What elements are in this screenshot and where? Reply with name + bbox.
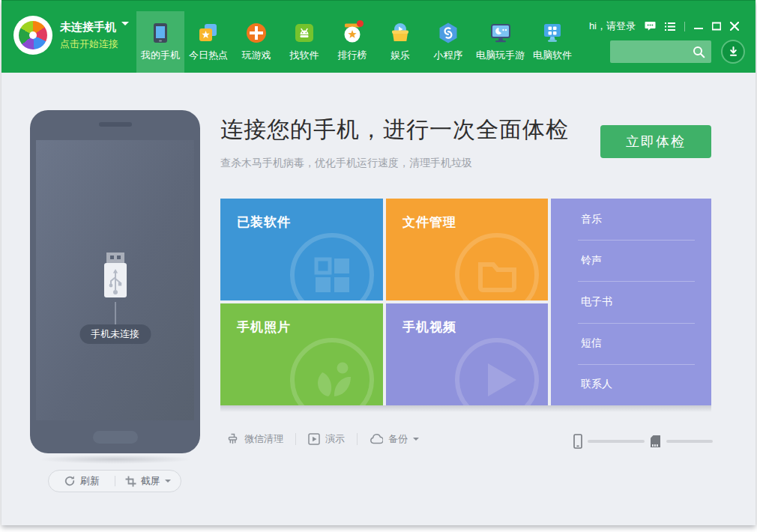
tab-pc-play-mobile-games[interactable]: 电脑玩手游 <box>472 11 528 73</box>
tab-pc-software[interactable]: 电脑软件 <box>528 11 576 73</box>
refresh-button[interactable]: 刷新 <box>49 471 115 492</box>
search-input[interactable] <box>610 46 693 58</box>
tab-rankings[interactable]: 排行榜 <box>328 11 376 73</box>
refresh-icon <box>64 475 76 487</box>
caret-down-icon <box>165 480 171 486</box>
demo-button[interactable]: 演示 <box>308 432 345 446</box>
minimize-button[interactable] <box>694 22 703 31</box>
list-item-ebooks[interactable]: 电子书 <box>551 281 711 322</box>
tab-label: 电脑软件 <box>533 49 572 62</box>
tab-find-software[interactable]: 找软件 <box>280 11 328 73</box>
tab-today-hot[interactable]: 今日热点 <box>184 11 232 73</box>
folder-icon <box>452 230 542 300</box>
demo-icon <box>308 433 320 445</box>
main-content: 手机未连接 刷新 截屏 连接您 <box>1 73 756 525</box>
maximize-button[interactable] <box>712 22 721 31</box>
menu-list-icon[interactable] <box>665 22 675 31</box>
dropdown-caret-icon <box>121 22 129 29</box>
feedback-icon[interactable] <box>645 21 656 31</box>
screenshot-label: 截屏 <box>141 474 160 488</box>
app-logo <box>13 16 52 55</box>
main-nav: 我的手机 今日热点 玩游戏 <box>136 11 576 73</box>
backup-label: 备份 <box>388 432 408 446</box>
tile-phone-videos[interactable]: 手机视频 <box>386 303 548 405</box>
pinwheel-logo-icon <box>19 21 47 49</box>
storage-indicators <box>573 434 713 449</box>
window-actions: hi，请登录 <box>589 19 739 33</box>
tab-label: 娱乐 <box>390 49 410 62</box>
list-item-sms[interactable]: 短信 <box>551 323 711 364</box>
photos-icon <box>287 335 377 405</box>
tab-label: 玩游戏 <box>242 49 271 62</box>
list-item-music[interactable]: 音乐 <box>551 199 711 240</box>
side-panel: 音乐 铃声 电子书 短信 联系人 <box>551 199 711 405</box>
demo-label: 演示 <box>325 432 345 446</box>
usb-plug-icon <box>99 253 132 302</box>
search-icon[interactable] <box>693 46 705 58</box>
list-item-contacts[interactable]: 联系人 <box>551 364 711 405</box>
tab-play-games[interactable]: 玩游戏 <box>232 11 280 73</box>
app-window: 未连接手机 点击开始连接 我的手机 今日热点 <box>0 0 757 532</box>
tile-label: 已装软件 <box>237 214 291 231</box>
tab-label: 电脑玩手游 <box>476 49 525 62</box>
phone-storage-bar <box>588 440 645 443</box>
divider <box>684 22 685 31</box>
today-hot-icon <box>197 22 220 44</box>
phone-actions: 刷新 截屏 <box>48 470 181 492</box>
tile-label: 文件管理 <box>402 214 456 231</box>
notification-dot <box>357 20 364 27</box>
tab-my-phone[interactable]: 我的手机 <box>136 11 184 73</box>
header-bar: 未连接手机 点击开始连接 我的手机 今日热点 <box>1 0 756 73</box>
apps-grid-icon <box>287 230 377 300</box>
bottom-toolbar: 微信清理 演示 备份 <box>226 432 419 446</box>
my-phone-icon <box>149 22 172 44</box>
tab-label: 找软件 <box>290 49 319 62</box>
phone-home-button <box>93 431 138 444</box>
find-software-icon <box>293 22 316 44</box>
search-box <box>610 40 711 63</box>
mini-program-icon <box>437 22 459 44</box>
checkup-now-button[interactable]: 立即体检 <box>600 125 711 158</box>
entertainment-icon <box>389 22 411 44</box>
tab-entertainment[interactable]: 娱乐 <box>376 11 424 73</box>
list-item-ringtones[interactable]: 铃声 <box>551 240 711 281</box>
device-hint-label: 点击开始连接 <box>60 38 129 50</box>
tab-label: 我的手机 <box>141 49 180 62</box>
tab-mini-program[interactable]: 小程序 <box>424 11 472 73</box>
tile-label: 手机照片 <box>237 318 291 336</box>
brush-icon <box>226 433 239 445</box>
device-selector[interactable]: 未连接手机 点击开始连接 <box>13 16 129 55</box>
tile-phone-photos[interactable]: 手机照片 <box>220 303 383 405</box>
pc-play-mobile-icon <box>489 22 512 44</box>
divider <box>295 433 296 445</box>
download-manager-button[interactable] <box>721 40 745 64</box>
close-button[interactable] <box>730 22 739 31</box>
pc-software-icon <box>541 22 564 44</box>
refresh-label: 刷新 <box>80 474 100 488</box>
backup-button[interactable]: 备份 <box>370 432 419 446</box>
wechat-clean-button[interactable]: 微信清理 <box>226 432 283 446</box>
play-games-icon <box>245 22 268 44</box>
phone-speaker <box>99 122 132 127</box>
status-badge: 手机未连接 <box>79 324 151 344</box>
rankings-icon-wrap <box>341 22 364 44</box>
tile-file-manager[interactable]: 文件管理 <box>386 199 548 300</box>
cloud-icon <box>370 434 383 444</box>
phone-screen: 手机未连接 <box>36 140 194 420</box>
wechat-clean-label: 微信清理 <box>244 432 283 446</box>
caret-down-icon <box>413 438 419 444</box>
window-frame: 未连接手机 点击开始连接 我的手机 今日热点 <box>1 0 756 525</box>
hero-title: 连接您的手机，进行一次全面体检 <box>220 115 569 145</box>
device-status-label: 未连接手机 <box>60 20 116 34</box>
phone-illustration: 手机未连接 <box>30 110 200 453</box>
divider <box>357 433 358 445</box>
sdcard-storage-icon <box>650 435 661 448</box>
download-icon <box>728 46 739 58</box>
device-texts: 未连接手机 点击开始连接 <box>60 19 129 50</box>
login-link[interactable]: hi，请登录 <box>589 19 636 33</box>
screenshot-button[interactable]: 截屏 <box>115 471 181 492</box>
usb-plug-wrap <box>99 253 132 305</box>
tile-installed-apps[interactable]: 已装软件 <box>220 199 383 300</box>
tab-label: 排行榜 <box>338 49 367 62</box>
phone-storage-icon <box>573 434 582 449</box>
